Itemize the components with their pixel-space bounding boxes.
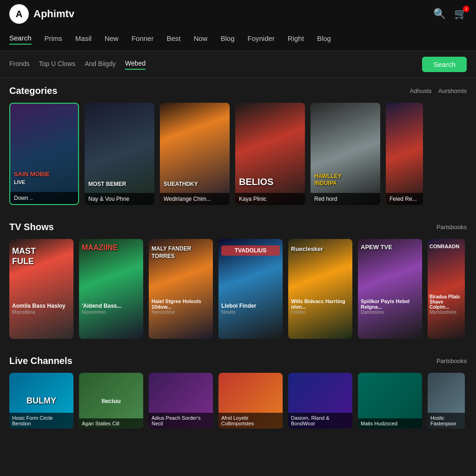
nav-item-now[interactable]: Now xyxy=(193,34,207,44)
sub-nav-fronds[interactable]: Fronds xyxy=(9,60,30,69)
nav-item-hlog[interactable]: Blog xyxy=(220,34,234,44)
live-label: Dasiom, Rland & BondWoor xyxy=(288,413,352,429)
nav-item-new[interactable]: New xyxy=(105,34,119,44)
category-label: Kaya Plinic xyxy=(235,193,305,205)
live-card[interactable]: BULMY Hosic Form Circle Berstion xyxy=(9,373,73,429)
show-title: Haiel Stgree Holools 10dow... xyxy=(152,298,210,310)
show-sub: Datressiino xyxy=(361,310,419,315)
category-label: Down .. xyxy=(10,192,78,204)
cart-badge: 1 xyxy=(463,6,469,12)
categories-row: SAIN MOBIE LIVE Down .. MOST BEMER Nay &… xyxy=(9,103,467,205)
nav-item-prims[interactable]: Prims xyxy=(45,34,62,44)
tv-shows-section: TV Shows Partsbooks MASTFULE Aomlia Bass… xyxy=(0,214,476,343)
live-card[interactable]: Dasiom, Rland & BondWoor xyxy=(288,373,352,429)
category-card[interactable]: Feied Re... xyxy=(386,103,423,205)
categories-link-2[interactable]: Aurshomls xyxy=(438,87,467,94)
live-channels-header: Live Channels Partsbooks xyxy=(9,356,467,366)
nav-item-best[interactable]: Best xyxy=(166,34,180,44)
show-title: Llebol Finder xyxy=(221,303,280,309)
live-card[interactable]: Matis Hudzoced xyxy=(358,373,422,429)
live-channels-row: BULMY Hosic Form Circle Berstion Ileciuu… xyxy=(9,373,467,429)
category-card[interactable]: MOST BEMER Nay & Vou Phne xyxy=(85,103,154,205)
categories-link-1[interactable]: Adhusts xyxy=(410,87,432,94)
show-title: Aomlia Bass Hasloy xyxy=(12,303,71,309)
main-nav: Search Prims Masil New Fonner Best Now B… xyxy=(0,28,476,51)
sub-nav-webed[interactable]: Webed xyxy=(125,60,145,70)
sub-nav-top-u-clows[interactable]: Top U Clows xyxy=(39,60,76,69)
live-label: Matis Hudzoced xyxy=(358,418,422,429)
search-icon[interactable]: 🔍 xyxy=(433,8,446,20)
live-card[interactable]: Adius Peach Sorder's Necil xyxy=(149,373,213,429)
show-title: Wills Bidvacc Harrting nlon... xyxy=(291,298,350,310)
categories-header: Categories Adhusts Aurshomls xyxy=(9,86,467,96)
header: A Aphimtv 🔍 🛒 1 xyxy=(0,0,476,28)
live-label: Hoslic Fastenpoor xyxy=(428,413,465,429)
show-sub: Foriino xyxy=(291,310,350,315)
show-sub: Nencortiine xyxy=(152,310,210,315)
logo-icon: A xyxy=(9,4,29,24)
show-title: Blradua Pllalc Shave Colpim... xyxy=(430,294,464,310)
live-channels-section: Live Channels Partsbooks BULMY Hosic For… xyxy=(0,348,476,432)
category-label: Feied Re... xyxy=(386,193,423,205)
header-icons: 🔍 🛒 1 xyxy=(433,8,467,20)
logo-area: A Aphimtv xyxy=(9,4,74,24)
category-card[interactable]: SAIN MOBIE LIVE Down .. xyxy=(9,103,79,205)
show-card[interactable]: TVADOLIUS Llebol Finder Noviis xyxy=(218,239,283,339)
live-card[interactable]: Afnd Loyetir Coltimportstes xyxy=(218,373,283,429)
category-label: Nay & Vou Phne xyxy=(85,193,154,205)
live-card[interactable]: Ileciuu Agan Statles Cill xyxy=(79,373,143,429)
tv-shows-row: MASTFULE Aomlia Bass Hasloy Mansitiina M… xyxy=(9,239,467,339)
categories-title: Categories xyxy=(9,86,57,96)
categories-links: Adhusts Aurshomls xyxy=(410,87,467,94)
show-card[interactable]: MALY FANDERTORRES Haiel Stgree Holools 1… xyxy=(149,239,213,339)
nav-item-search[interactable]: Search xyxy=(9,34,32,45)
nav-item-fonner[interactable]: Fonner xyxy=(132,34,154,44)
live-label: Hosic Form Circle Berstion xyxy=(9,413,73,429)
tv-shows-title: TV Shows xyxy=(9,222,54,232)
show-sub: Novseriino xyxy=(82,309,140,315)
nav-item-foynider[interactable]: Foynider xyxy=(247,34,274,44)
show-sub: Noviis xyxy=(221,309,280,315)
categories-section: Categories Adhusts Aurshomls SAIN MOBIE … xyxy=(0,78,476,209)
show-title: Spiilkor Payis Hebel Relgna... xyxy=(361,298,419,310)
live-card[interactable]: Hoslic Fastenpoor xyxy=(428,373,465,429)
nav-item-masil[interactable]: Masil xyxy=(75,34,92,44)
category-card[interactable]: BELIOS Kaya Plinic xyxy=(235,103,305,205)
show-card[interactable]: MAAZIINE 'Aidend Bass... Novseriino xyxy=(79,239,143,339)
show-card[interactable]: APEW TVE Spiilkor Payis Hebel Relgna... … xyxy=(358,239,422,339)
sub-nav: Fronds Top U Clows And Biigdy Webed Sear… xyxy=(0,51,476,78)
sub-nav-and-biigdy[interactable]: And Biigdy xyxy=(85,60,116,69)
tv-shows-link[interactable]: Partsbooks xyxy=(436,224,467,231)
show-card[interactable]: MASTFULE Aomlia Bass Hasloy Mansitiina xyxy=(9,239,73,339)
show-sub: Mansitiina xyxy=(12,309,71,315)
search-button[interactable]: Search xyxy=(422,57,467,72)
category-label: Red hord xyxy=(311,193,380,205)
live-label: Adius Peach Sorder's Necil xyxy=(149,413,213,429)
show-card[interactable]: Rueclesker Wills Bidvacc Harrting nlon..… xyxy=(288,239,352,339)
tv-shows-header: TV Shows Partsbooks xyxy=(9,222,467,232)
app-name: Aphimtv xyxy=(33,8,74,20)
category-card[interactable]: SUEATHDKY Wedirlange Chim... xyxy=(160,103,230,205)
live-channels-link[interactable]: Partsbooks xyxy=(436,357,467,364)
live-channels-title: Live Channels xyxy=(9,356,73,366)
category-card[interactable]: HAWLLEYINDUIPA Red hord xyxy=(311,103,380,205)
nav-item-blog[interactable]: Blog xyxy=(317,34,331,44)
live-label: Afnd Loyetir Coltimportstes xyxy=(218,413,283,429)
show-sub: Mamiicehiine xyxy=(430,310,464,315)
show-card[interactable]: CONRAADN Blradua Pllalc Shave Colpim... … xyxy=(428,239,465,339)
live-label: Agan Statles Cill xyxy=(79,418,143,429)
cart-icon[interactable]: 🛒 1 xyxy=(454,8,467,20)
show-title: 'Aidend Bass... xyxy=(82,303,140,309)
category-label: Wedirlange Chim... xyxy=(160,193,230,205)
nav-item-right[interactable]: Right xyxy=(288,34,304,44)
